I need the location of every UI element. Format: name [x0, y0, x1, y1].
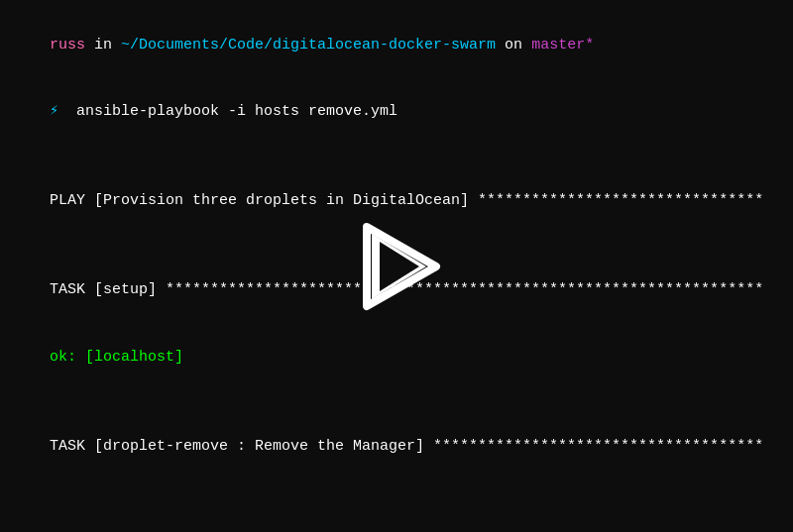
terminal-line-7: ok: [localhost]: [14, 324, 779, 391]
terminal-line-9: TASK [droplet-remove : Remove the Manage…: [14, 413, 779, 480]
terminal-line-1: russ in ~/Documents/Code/digitalocean-do…: [14, 12, 779, 79]
branch: master*: [531, 37, 594, 53]
prompt-icon: ⚡: [50, 103, 58, 120]
terminal-line-3: [14, 146, 779, 168]
terminal-line-2: ⚡ ansible-playbook -i hosts remove.yml: [14, 79, 779, 147]
on-text: on: [496, 37, 531, 53]
command-text: ansible-playbook -i hosts remove.yml: [58, 103, 397, 120]
username: russ: [50, 37, 85, 53]
in-text: in: [85, 37, 121, 53]
path: ~/Documents/Code/digitalocean-docker-swa…: [121, 37, 496, 53]
play-icon: [342, 212, 451, 321]
play-button[interactable]: [342, 212, 451, 321]
terminal-line-8: [14, 391, 779, 414]
ok-localhost: ok: [localhost]: [50, 349, 183, 366]
play-line: PLAY [Provision three droplets in Digita…: [50, 192, 763, 209]
task-droplet-remove-line: TASK [droplet-remove : Remove the Manage…: [50, 438, 763, 455]
